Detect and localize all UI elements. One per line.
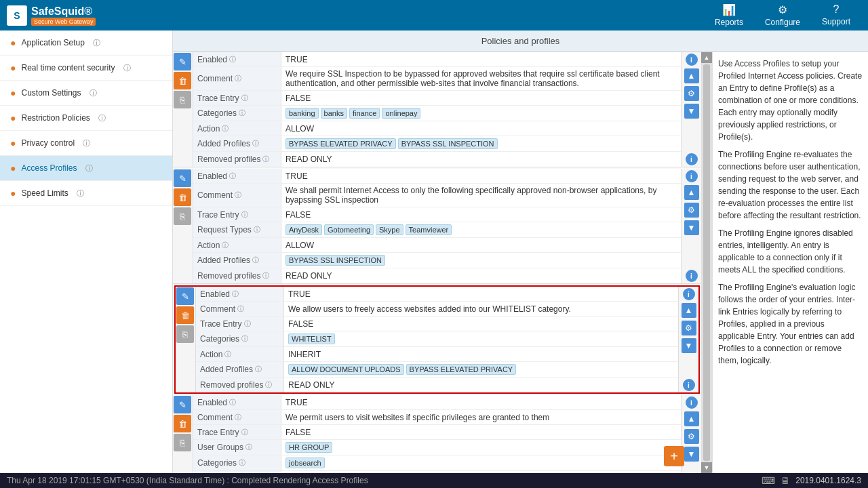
field-label-enabled: Enabled ⓘ: [196, 287, 284, 301]
move-up-button[interactable]: ▲: [684, 411, 699, 426]
move-up-button[interactable]: ▲: [684, 68, 699, 83]
edit-button[interactable]: ✎: [174, 169, 191, 187]
info-icon: ⓘ: [241, 210, 248, 220]
settings-button[interactable]: ⚙: [682, 321, 696, 336]
sidebar-item-realtime[interactable]: ● Real time content security ⓘ: [0, 56, 172, 81]
speed-limits-icon: ●: [10, 188, 16, 199]
info-icon: ⓘ: [77, 188, 84, 199]
field-value-trace: FALSE: [284, 317, 678, 331]
scroll-up-button[interactable]: ▲: [701, 52, 712, 63]
sidebar-item-label: Speed Limits: [21, 188, 68, 198]
footer: Thu Apr 18 2019 17:01:15 GMT+0530 (India…: [0, 473, 868, 488]
logo-shield-icon: S: [7, 5, 27, 26]
info-icon: ⓘ: [252, 139, 259, 148]
scrollbar[interactable]: ▲ ▼: [701, 52, 712, 473]
copy-button[interactable]: ⎘: [174, 207, 191, 225]
info-icon: ⓘ: [222, 124, 229, 134]
policy-actions-col: ✎ 🗑 ⎘: [173, 395, 193, 473]
move-up-button[interactable]: ▲: [682, 303, 696, 318]
delete-button[interactable]: 🗑: [176, 306, 194, 324]
field-label-comment: Comment ⓘ: [193, 184, 281, 207]
info-button[interactable]: i: [683, 288, 695, 300]
side-controls: i ▲ ⚙ ▼ i: [681, 169, 701, 283]
info-icon: ⓘ: [222, 241, 229, 250]
copy-button[interactable]: ⎘: [174, 434, 191, 451]
move-down-button[interactable]: ▼: [684, 104, 699, 119]
policy-actions-col: ✎ 🗑 ⎘: [173, 169, 193, 283]
field-value-comment: We permit users to visit websites if spe…: [281, 410, 681, 424]
field-label-action: Action ⓘ: [193, 471, 281, 473]
content-body: ✎ 🗑 ⎘ Enabled ⓘ TRUE Comment ⓘ We requir…: [173, 52, 868, 473]
sidebar-item-speed-limits[interactable]: ● Speed Limits ⓘ: [0, 181, 172, 206]
info-button[interactable]: i: [686, 396, 698, 409]
info-icon: ⓘ: [93, 38, 100, 48]
sidebar-item-label: Real time content security: [21, 63, 115, 73]
policy-fields: Enabled ⓘ TRUE Comment ⓘ We permit users…: [193, 395, 681, 473]
field-row-added-profiles: Added Profiles ⓘ BYPASS SSL INSPECTION: [193, 253, 681, 268]
info-button-2[interactable]: i: [683, 379, 695, 391]
field-row-removed-profiles: Removed profiles ⓘ READ ONLY: [196, 378, 678, 392]
sidebar-item-access-profiles[interactable]: ● Access Profiles ⓘ: [0, 156, 172, 181]
delete-button[interactable]: 🗑: [174, 72, 191, 89]
support-icon: ?: [833, 3, 840, 16]
add-policy-button[interactable]: +: [664, 446, 684, 466]
scroll-track: [703, 64, 710, 461]
delete-button[interactable]: 🗑: [174, 188, 191, 206]
field-label-added-profiles: Added Profiles ⓘ: [193, 136, 281, 151]
field-row-removed-profiles: Removed profiles ⓘ READ ONLY: [193, 152, 681, 167]
nav-configure[interactable]: ⚙ Configure: [754, 1, 811, 30]
info-button-2[interactable]: i: [686, 270, 698, 282]
field-label-removed-profiles: Removed profiles ⓘ: [196, 378, 284, 392]
info-icon: ⓘ: [241, 334, 248, 344]
nav-reports-label: Reports: [715, 18, 743, 27]
settings-button[interactable]: ⚙: [684, 203, 699, 218]
sidebar-item-application-setup[interactable]: ● Application Setup ⓘ: [0, 30, 172, 56]
copy-button[interactable]: ⎘: [174, 91, 191, 108]
help-text-2: The Profiling Engine re-evaluates the co…: [718, 148, 863, 222]
info-icon: ⓘ: [235, 413, 241, 422]
nav-reports[interactable]: 📊 Reports: [704, 1, 754, 30]
field-value-action: INHERIT: [284, 347, 678, 361]
field-label-added-profiles: Added Profiles ⓘ: [196, 362, 284, 377]
field-label-added-profiles: Added Profiles ⓘ: [193, 253, 281, 268]
field-row-request-types: Request Types ⓘ AnyDeskGotomeetingSkypeT…: [193, 222, 681, 238]
field-row-user-groups: User Groups ⓘ HR GROUP: [193, 440, 681, 455]
edit-button[interactable]: ✎: [174, 53, 191, 70]
copy-button[interactable]: ⎘: [176, 325, 194, 343]
field-label-trace: Trace Entry ⓘ: [193, 91, 281, 105]
sidebar-item-restriction-policies[interactable]: ● Restriction Policies ⓘ: [0, 106, 172, 131]
move-up-button[interactable]: ▲: [684, 185, 699, 200]
side-controls: i ▲ ⚙ ▼ i: [678, 287, 698, 392]
delete-button[interactable]: 🗑: [174, 415, 191, 432]
info-button[interactable]: i: [686, 54, 698, 66]
table-row: ✎ 🗑 ⎘ Enabled ⓘ TRUE Comment ⓘ We allow …: [174, 285, 700, 394]
page-title: Policies and profiles: [173, 30, 868, 52]
field-value-action: ALLOW: [281, 121, 681, 136]
help-text-3: The Profiling Engine ignores disabled en…: [718, 227, 863, 276]
edit-button[interactable]: ✎: [174, 396, 191, 413]
move-down-button[interactable]: ▼: [684, 220, 699, 235]
application-setup-icon: ●: [10, 37, 16, 48]
field-value-added-profiles: ALLOW DOCUMENT UPLOADSBYPASS ELEVATED PR…: [284, 362, 678, 377]
move-down-button[interactable]: ▼: [682, 338, 696, 353]
scroll-down-button[interactable]: ▼: [701, 462, 712, 473]
main-layout: ● Application Setup ⓘ ● Real time conten…: [0, 30, 868, 473]
settings-button[interactable]: ⚙: [684, 86, 699, 101]
field-label-enabled: Enabled ⓘ: [193, 395, 281, 409]
field-value-removed-profiles: READ ONLY: [284, 378, 678, 392]
nav-support[interactable]: ? Support: [811, 1, 861, 30]
info-button[interactable]: i: [686, 170, 698, 182]
info-button-2[interactable]: i: [686, 153, 698, 165]
field-label-categories: Categories ⓘ: [193, 106, 281, 121]
sidebar-item-custom-settings[interactable]: ● Custom Settings ⓘ: [0, 81, 172, 106]
settings-button[interactable]: ⚙: [684, 429, 699, 444]
field-value-enabled: TRUE: [281, 52, 681, 66]
info-icon: ⓘ: [244, 319, 251, 329]
field-value-categories: WHITELIST: [284, 331, 678, 346]
info-icon: ⓘ: [241, 428, 248, 437]
move-down-button[interactable]: ▼: [684, 447, 699, 462]
field-row-categories: Categories ⓘ WHITELIST: [196, 331, 678, 347]
field-value-user-groups: HR GROUP: [281, 440, 681, 455]
edit-button[interactable]: ✎: [176, 287, 194, 305]
sidebar-item-privacy-control[interactable]: ● Privacy control ⓘ: [0, 131, 172, 156]
